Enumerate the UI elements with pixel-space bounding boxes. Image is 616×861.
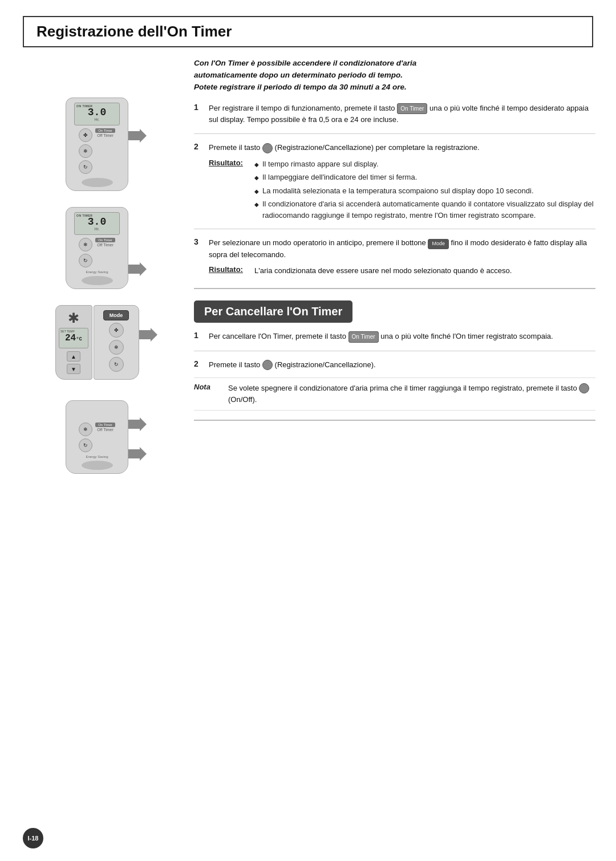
- remote-2-btn-fan: ❄: [79, 238, 92, 251]
- remote-1-arrow: [128, 129, 147, 144]
- remote-2-energy-label: Energy Saving: [86, 270, 108, 274]
- remote-1-btn-fan: ❄: [79, 144, 92, 158]
- main-content: ON TIMER 3.0 Hr. ✤ ❄ ↻ On Timer Off Time…: [0, 58, 616, 827]
- remote-3-up-btn: ▲: [67, 351, 80, 362]
- step-3-text: Per selezionare un modo operatorio in an…: [209, 237, 595, 261]
- remote-1-on-timer-btn: On Timer: [95, 128, 115, 133]
- remote-2: ON TIMER 3.0 Hr. ❄ ↻ On Timer Off Timer: [66, 207, 128, 289]
- remote-3-set-temp-label: SET TEMP: [60, 330, 75, 333]
- page: Registrazione dell'On Timer ON TIMER 3.0…: [0, 0, 616, 861]
- remote-1-off-timer-btn: Off Timer: [97, 133, 114, 137]
- remote-3-btn-swing: ↻: [109, 357, 124, 372]
- sec2-step-1-text: Per cancellare l'On Timer, premete il ta…: [209, 331, 553, 343]
- divider-2: [194, 229, 595, 229]
- diamond-4: ◆: [254, 200, 259, 221]
- svg-marker-1: [128, 262, 147, 276]
- remote-1-btn-swing: ↻: [79, 160, 92, 174]
- remote-4-timer-col: On Timer Off Timer: [95, 423, 115, 452]
- remote-3-asterisk: ✱: [68, 310, 79, 326]
- title-bar: Registrazione dell'On Timer: [23, 16, 593, 47]
- remote-2-on-timer-btn: On Timer: [95, 238, 115, 242]
- mode-button: Mode: [103, 310, 129, 320]
- remote-4-bottom: [82, 461, 113, 470]
- step-3-num: 3: [194, 237, 203, 277]
- result-item-4: ◆ Il condizionatore d'aria si accenderà …: [254, 198, 595, 221]
- divider-1: [194, 133, 595, 134]
- remote-4-on-timer-btn: On Timer: [95, 423, 115, 427]
- sec2-step-2-num: 2: [194, 359, 203, 371]
- divider-4: [194, 351, 595, 351]
- step-3-result: Risultato: L'aria condizionata deve esse…: [209, 265, 595, 277]
- sec2-step-2-text: Premete il tasto (Registrazione/Cancella…: [209, 359, 376, 371]
- on-timer-btn-inline-2: On Timer: [348, 331, 379, 343]
- intro-text: Con l'On Timer è possibile accendere il …: [194, 58, 595, 94]
- remote-2-unit: Hr.: [95, 227, 100, 231]
- result-text-3: La modalità selezionata e la temperatura…: [262, 185, 534, 197]
- on-timer-btn-inline-1: On Timer: [397, 103, 427, 115]
- remote-1-btn-turbo: ✤: [79, 128, 92, 142]
- remote-3-temp-num: 24°C: [65, 333, 82, 343]
- svg-marker-4: [128, 447, 147, 461]
- remote-3-display: SET TEMP 24°C: [59, 328, 88, 348]
- mode-btn-inline: Mode: [428, 239, 449, 249]
- sec2-step-1-num: 1: [194, 331, 203, 343]
- remote-1-num: 3.0: [88, 107, 106, 117]
- remote-1-unit: Hr.: [95, 117, 100, 121]
- remote-2-arrow: [128, 262, 147, 278]
- result-text-5: L'aria condizionata deve essere usare ne…: [254, 265, 512, 277]
- remote-1-timer-col: On Timer Off Timer: [95, 128, 115, 174]
- step-1-text: Per registrare il tempo di funzionamento…: [209, 103, 595, 126]
- remote-4-off-timer-btn: Off Timer: [97, 428, 114, 432]
- remote-1-display: ON TIMER 3.0 Hr.: [74, 103, 120, 125]
- remote-2-buttons-row: ❄ ↻ On Timer Off Timer: [79, 238, 115, 267]
- remote-3-btn-turbo: ✤: [109, 323, 124, 338]
- svg-marker-2: [139, 328, 157, 342]
- intro-line2: automaticamente dopo un determinato peri…: [194, 71, 403, 79]
- remote-4-wrapper: ❄ ↻ On Timer Off Timer Energy Saving: [66, 400, 128, 474]
- result-label-2: Risultato:: [209, 265, 249, 277]
- remote-3-wrapper: ✱ SET TEMP 24°C ▲ ▼ Mode ✤: [55, 305, 139, 380]
- svg-marker-3: [128, 417, 147, 431]
- remote-1-left-btns: ✤ ❄ ↻: [79, 128, 92, 174]
- remote-1-bottom: [82, 178, 113, 187]
- step-2-num: 2: [194, 142, 203, 221]
- svg-marker-0: [128, 129, 147, 143]
- remote-3-btn-fan: ❄: [109, 340, 124, 355]
- section-2-heading: Per Cancellare l'On Timer: [194, 300, 352, 323]
- result-item-2: ◆ Il lampeggiare dell'indicatore del tim…: [254, 172, 595, 183]
- result-text-2: Il lampeggiare dell'indicatore del timer…: [262, 172, 417, 183]
- step-2-text: Premete il tasto (Registrazione/Cancella…: [209, 142, 595, 153]
- remote-4-btn-fan: ❄: [79, 423, 92, 436]
- remote-4-arrow-1: [128, 417, 147, 433]
- result-text-4: Il condizionatore d'aria si accenderà au…: [262, 198, 595, 221]
- page-number: I-18: [23, 828, 43, 848]
- remote-3-down-btn: ▼: [67, 364, 80, 374]
- divider-5: [194, 420, 595, 421]
- left-column: ON TIMER 3.0 Hr. ✤ ❄ ↻ On Timer Off Time…: [0, 58, 177, 827]
- remote-4: ❄ ↻ On Timer Off Timer Energy Saving: [66, 400, 128, 474]
- remote-2-wrapper: ON TIMER 3.0 Hr. ❄ ↻ On Timer Off Timer: [66, 207, 128, 289]
- remote-1-buttons-row: ✤ ❄ ↻ On Timer Off Timer: [79, 128, 115, 174]
- step-2: 2 Premete il tasto (Registrazione/Cancel…: [194, 142, 595, 221]
- sec2-step-2: 2 Premete il tasto (Registrazione/Cancel…: [194, 359, 595, 371]
- result-item-3: ◆ La modalità selezionata e la temperatu…: [254, 185, 595, 197]
- nota-text: Se volete spegnere il condizionatore d'a…: [228, 383, 595, 405]
- remote-2-off-timer-btn: Off Timer: [97, 243, 114, 247]
- remote-2-num: 3.0: [88, 217, 106, 227]
- nota-label: Nota: [194, 383, 222, 405]
- intro-line3: Potete registrare il periodo di tempo da…: [194, 83, 407, 91]
- remote-2-on-timer-label: ON TIMER: [76, 214, 92, 217]
- remote-4-left-btns: ❄ ↻: [79, 423, 92, 452]
- step-1-num: 1: [194, 103, 203, 126]
- remote-2-display: ON TIMER 3.0 Hr.: [74, 212, 120, 235]
- diamond-3: ◆: [254, 187, 259, 197]
- nota-section: Nota Se volete spegnere il condizionator…: [194, 377, 595, 411]
- step-2-result: Risultato: ◆ Il tempo rimasto appare sul…: [209, 159, 595, 221]
- remote-3-arrow: [139, 328, 157, 343]
- remote-4-btn-swing: ↻: [79, 438, 92, 452]
- step-3: 3 Per selezionare un modo operatorio in …: [194, 237, 595, 277]
- divider-3: [194, 288, 595, 289]
- remote-3: ✱ SET TEMP 24°C ▲ ▼ Mode ✤: [55, 305, 139, 380]
- remote-2-left-btns: ❄ ↻: [79, 238, 92, 267]
- remote-4-energy-label: Energy Saving: [86, 455, 108, 458]
